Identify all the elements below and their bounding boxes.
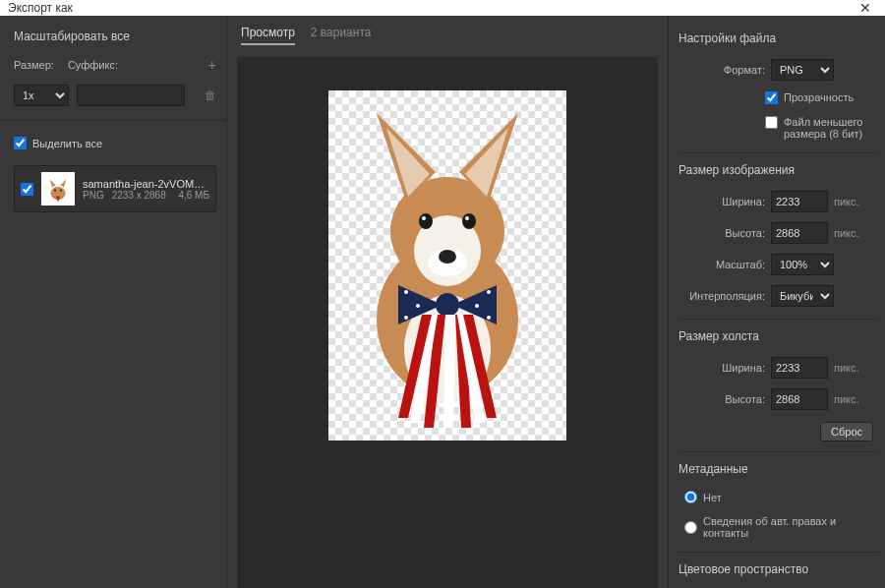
height-unit: пикс. xyxy=(834,227,859,239)
svg-point-18 xyxy=(404,316,408,320)
format-select[interactable]: PNG xyxy=(771,59,834,81)
meta-copyright-radio[interactable] xyxy=(684,521,697,534)
svg-point-3 xyxy=(60,189,62,191)
smaller-file-checkbox[interactable] xyxy=(765,116,778,129)
window-title: Экспорт как xyxy=(8,1,73,15)
add-scale-icon[interactable]: + xyxy=(208,57,216,73)
left-panel: Масштабировать все Размер: Суффикс: + 1x… xyxy=(0,16,226,588)
transparency-checkbox[interactable] xyxy=(765,91,778,104)
select-all-label: Выделить все xyxy=(32,138,102,149)
meta-none-row[interactable]: Нет xyxy=(684,491,879,503)
scale-labels-row: Размер: Суффикс: + xyxy=(14,57,216,73)
svg-point-11 xyxy=(462,213,476,229)
transparency-label: Прозрачность xyxy=(784,91,854,103)
section-colorspace: Цветовое пространство xyxy=(678,552,879,576)
width-label: Ширина: xyxy=(678,196,765,207)
canvas-height-unit: пикс. xyxy=(834,393,859,405)
asset-thumbnail xyxy=(41,172,75,206)
delete-scale-icon[interactable]: 🗑 xyxy=(205,88,216,102)
artboard xyxy=(328,90,566,441)
svg-point-13 xyxy=(465,216,469,220)
tabs: Просмотр 2 варианта xyxy=(227,16,668,49)
canvas-width-input[interactable] xyxy=(771,357,828,379)
reset-button[interactable]: Сброс xyxy=(820,422,873,441)
canvas-width-label: Ширина: xyxy=(678,362,765,374)
scale-select[interactable]: 100% xyxy=(771,254,834,275)
svg-point-2 xyxy=(54,189,56,191)
section-canvas-size: Размер холста xyxy=(678,319,879,343)
canvas-height-input[interactable] xyxy=(771,388,828,410)
width-unit: пикс. xyxy=(834,196,859,207)
titlebar: Экспорт как ✕ xyxy=(0,0,885,16)
section-metadata: Метаданные xyxy=(678,451,879,476)
height-label: Высота: xyxy=(678,227,765,239)
scale-all-heading: Масштабировать все xyxy=(14,29,216,43)
width-input[interactable] xyxy=(771,191,828,212)
transparency-row[interactable]: Прозрачность xyxy=(765,91,879,104)
svg-point-17 xyxy=(416,304,420,308)
tab-variants[interactable]: 2 варианта xyxy=(311,26,372,45)
svg-point-12 xyxy=(422,216,426,220)
size-label: Размер: xyxy=(14,59,54,71)
resample-select[interactable]: Бикуби... xyxy=(771,285,834,307)
preview-image xyxy=(329,93,565,438)
height-input[interactable] xyxy=(771,222,828,244)
main-layout: Масштабировать все Размер: Суффикс: + 1x… xyxy=(0,16,885,588)
center-panel: Просмотр 2 варианта xyxy=(226,16,669,588)
meta-none-radio[interactable] xyxy=(684,491,697,503)
asset-dimensions: 2233 x 2868 xyxy=(112,190,166,201)
smaller-file-label: Файл меньшего размера (8 бит) xyxy=(784,116,879,140)
svg-point-21 xyxy=(487,316,491,320)
meta-copyright-label: Сведения об авт. правах и контакты xyxy=(703,515,879,539)
tab-preview[interactable]: Просмотр xyxy=(241,26,295,45)
canvas-viewport[interactable] xyxy=(237,57,658,588)
scale-suffix-input[interactable] xyxy=(77,85,185,106)
asset-info: samantha-jean-2vVOMuxR3XU-... PNG 2233 x… xyxy=(83,178,209,201)
svg-point-16 xyxy=(404,290,408,294)
canvas-height-label: Высота: xyxy=(678,393,765,405)
asset-filesize: 4,6 МБ xyxy=(178,190,209,201)
asset-format: PNG xyxy=(83,190,104,201)
scale-label: Масштаб: xyxy=(678,259,765,270)
canvas-width-unit: пикс. xyxy=(834,362,859,374)
asset-row[interactable]: samantha-jean-2vVOMuxR3XU-... PNG 2233 x… xyxy=(14,165,216,212)
select-all-row[interactable]: Выделить все xyxy=(14,137,216,149)
meta-copyright-row[interactable]: Сведения об авт. правах и контакты xyxy=(684,515,879,539)
section-file-settings: Настройки файла xyxy=(678,31,879,45)
close-icon[interactable]: ✕ xyxy=(854,0,877,16)
svg-point-10 xyxy=(419,213,433,229)
select-all-checkbox[interactable] xyxy=(14,137,27,149)
svg-point-20 xyxy=(475,304,479,308)
right-panel: Настройки файла Формат: PNG Прозрачность… xyxy=(669,16,885,588)
resample-label: Интерполяция: xyxy=(678,290,765,302)
format-label: Формат: xyxy=(678,64,765,76)
svg-point-22 xyxy=(436,293,459,317)
asset-name: samantha-jean-2vVOMuxR3XU-... xyxy=(83,178,209,190)
suffix-label: Суффикс: xyxy=(68,59,118,71)
asset-checkbox[interactable] xyxy=(21,183,33,196)
smaller-file-row[interactable]: Файл меньшего размера (8 бит) xyxy=(765,116,879,140)
svg-point-19 xyxy=(487,290,491,294)
meta-none-label: Нет xyxy=(703,492,722,503)
divider xyxy=(0,120,226,121)
svg-point-9 xyxy=(439,250,456,264)
section-image-size: Размер изображения xyxy=(678,152,879,177)
scale-size-select[interactable]: 1x xyxy=(14,85,69,106)
scale-inputs-row: 1x 🗑 xyxy=(14,85,216,106)
